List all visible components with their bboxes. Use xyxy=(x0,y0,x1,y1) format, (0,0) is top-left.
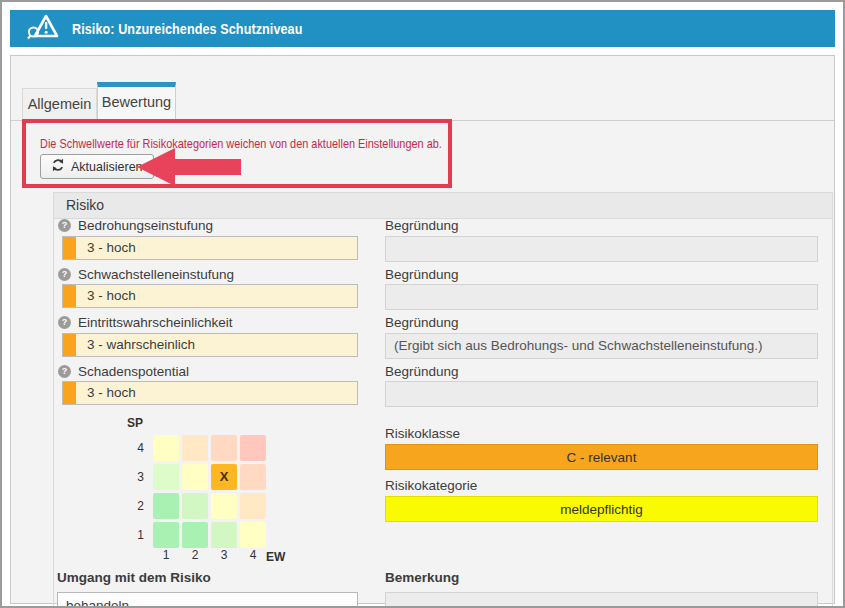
schadenspotential-value: 3 - hoch xyxy=(87,382,136,404)
schwachstelleneinstufung-input[interactable]: 3 - hoch xyxy=(62,284,358,308)
matrix-cell-sp3-ew4 xyxy=(240,464,266,490)
begruendung-label: Begründung xyxy=(385,315,459,330)
field-label-eintrittswahrscheinlichkeit: Eintrittswahrscheinlichkeit xyxy=(78,315,233,330)
eintrittswahrscheinlichkeit-value: 3 - wahrscheinlich xyxy=(87,334,195,356)
risiko-section-title: Risiko xyxy=(66,197,104,213)
matrix-cell-sp2-ew4 xyxy=(240,493,266,519)
matrix-cell-sp2-ew3 xyxy=(211,493,237,519)
rating-stripe xyxy=(63,334,76,356)
bedrohungseinstufung-value: 3 - hoch xyxy=(87,237,136,259)
matrix-cell-sp1-ew4 xyxy=(240,522,266,548)
umgang-label: Umgang mit dem Risiko xyxy=(57,570,211,585)
begruendung-input-bedrohung[interactable] xyxy=(385,236,818,262)
aktualisieren-label: Aktualisieren xyxy=(71,160,143,174)
window-title: Risiko: Unzureichendes Schutzniveau xyxy=(72,20,346,37)
begruendung-input-schaden[interactable] xyxy=(385,381,818,407)
begruendung-input-eintritt[interactable]: (Ergibt sich aus Bedrohungs- und Schwach… xyxy=(385,333,818,359)
matrix-cell-sp4-ew4 xyxy=(240,435,266,461)
matrix-x-axis-label: EW xyxy=(266,550,285,564)
help-icon[interactable]: ? xyxy=(58,316,71,329)
matrix-col-labels: 1234 xyxy=(153,548,266,562)
matrix-row-labels: 4321 xyxy=(126,435,144,548)
matrix-cell-sp3-ew1 xyxy=(153,464,179,490)
bedrohungseinstufung-input[interactable]: 3 - hoch xyxy=(62,236,358,260)
rating-stripe xyxy=(63,285,76,307)
begruendung-label: Begründung xyxy=(385,218,459,233)
begruendung-label: Begründung xyxy=(385,267,459,282)
annotation-arrow xyxy=(137,146,241,188)
risk-class-bar: C - relevant xyxy=(385,444,818,470)
begruendung-label: Begründung xyxy=(385,364,459,379)
tab-bewertung[interactable]: Bewertung xyxy=(97,82,176,121)
matrix-cell-sp1-ew2 xyxy=(182,522,208,548)
help-icon[interactable]: ? xyxy=(58,365,71,378)
rating-stripe xyxy=(63,237,76,259)
matrix-cell-sp1-ew3 xyxy=(211,522,237,548)
umgang-input[interactable]: behandeln xyxy=(57,592,358,608)
bemerkung-label: Bemerkung xyxy=(385,570,459,585)
matrix-cell-sp1-ew1 xyxy=(153,522,179,548)
schadenspotential-input[interactable]: 3 - hoch xyxy=(62,381,358,405)
bemerkung-input[interactable] xyxy=(385,592,818,608)
field-label-schwachstelleneinstufung: Schwachstelleneinstufung xyxy=(78,267,234,282)
matrix-cell-sp4-ew3 xyxy=(211,435,237,461)
risk-matrix-grid: X xyxy=(153,435,266,548)
field-label-bedrohungseinstufung: Bedrohungseinstufung xyxy=(78,218,213,233)
risk-warning-icon xyxy=(26,13,60,44)
alert-message: Die Schwellwerte für Risikokategorien we… xyxy=(40,136,518,151)
refresh-icon xyxy=(51,158,65,175)
matrix-cell-sp3-ew3: X xyxy=(211,464,237,490)
matrix-y-axis-label: SP xyxy=(127,416,143,430)
tab-bewertung-label: Bewertung xyxy=(102,94,171,110)
risk-category-bar: meldepflichtig xyxy=(385,496,818,522)
eintrittswahrscheinlichkeit-input[interactable]: 3 - wahrscheinlich xyxy=(62,333,358,357)
begruendung-input-schwachstelle[interactable] xyxy=(385,284,818,310)
risikoklasse-label: Risikoklasse xyxy=(385,426,460,441)
matrix-cell-sp4-ew1 xyxy=(153,435,179,461)
window-titlebar: Risiko: Unzureichendes Schutzniveau xyxy=(10,10,835,47)
schwachstelleneinstufung-value: 3 - hoch xyxy=(87,285,136,307)
help-icon[interactable]: ? xyxy=(58,268,71,281)
tab-allgemein[interactable]: Allgemein xyxy=(22,88,97,121)
matrix-cell-sp2-ew1 xyxy=(153,493,179,519)
help-icon[interactable]: ? xyxy=(58,219,71,232)
risiko-section-header: Risiko xyxy=(54,193,832,219)
matrix-cell-sp4-ew2 xyxy=(182,435,208,461)
field-label-schadenspotential: Schadenspotential xyxy=(78,364,189,379)
rating-stripe xyxy=(63,382,76,404)
matrix-cell-sp3-ew2 xyxy=(182,464,208,490)
tab-allgemein-label: Allgemein xyxy=(28,96,92,112)
matrix-cell-sp2-ew2 xyxy=(182,493,208,519)
risikokategorie-label: Risikokategorie xyxy=(385,478,477,493)
